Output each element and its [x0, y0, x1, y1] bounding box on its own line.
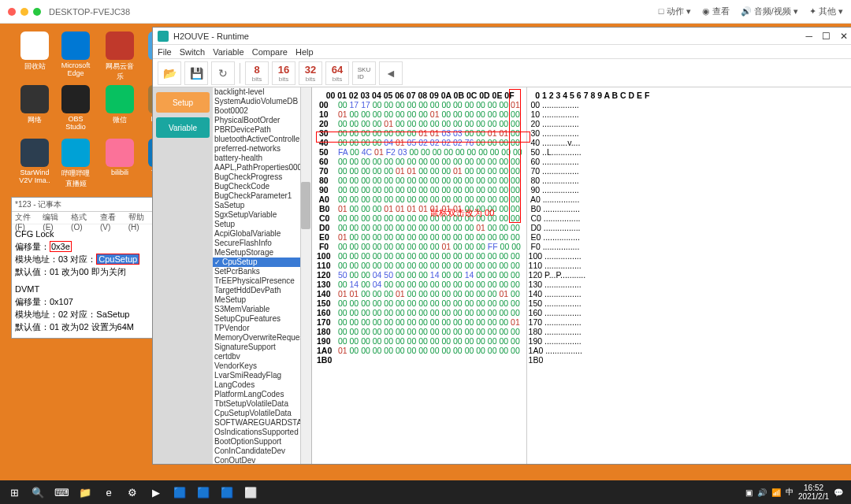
desktop-icon[interactable]: bilibili — [102, 139, 137, 176]
menu-file[interactable]: File — [158, 47, 172, 57]
close-dot[interactable] — [8, 8, 16, 16]
tree-item[interactable]: SignatureSupport — [213, 343, 311, 352]
tree-item[interactable]: battery-health — [213, 154, 311, 163]
notepad-window[interactable]: *123 - 记事本 文件(F) 编辑(E) 格式(O) 查看(V) 帮助(H)… — [11, 197, 156, 339]
menu-help[interactable]: Help — [295, 47, 314, 57]
tree-item[interactable]: SetPcrBanks — [213, 267, 311, 276]
bits-8[interactable]: 8bits — [245, 61, 269, 85]
tree-item[interactable]: OsIndicationsSupported — [213, 428, 311, 437]
tree-item[interactable]: backlight-level — [213, 87, 311, 97]
hex-row[interactable]: 1B0 — [317, 355, 525, 365]
hex-row[interactable]: 130 00 14 00 04 00 00 00 00 00 00 00 00 … — [317, 280, 525, 289]
desktop-icon[interactable]: 回收站 — [17, 32, 52, 72]
sidebar-setup[interactable]: Setup — [156, 92, 210, 113]
hex-row[interactable]: 50 FA 00 4C 01 F2 03 00 00 00 00 00 00 0… — [317, 147, 525, 157]
tray-ime[interactable]: 中 — [786, 487, 793, 498]
taskbar[interactable]: ⊞🔍⌨📁e⚙▶🟦🟦🟦⬜ ▣ 🔊 📶 中 16:52 2021/2/1 💬 — [0, 480, 851, 504]
desktop-icon[interactable]: Microsoft Edge — [58, 32, 93, 77]
hex-row[interactable]: D0 00 00 00 00 00 00 00 00 00 00 00 00 0… — [317, 223, 525, 232]
tree-item[interactable]: TargetHddDevPath — [213, 286, 311, 295]
tree-item[interactable]: TbtSetupVolatileData — [213, 399, 311, 409]
bits-16[interactable]: 16bits — [272, 61, 295, 85]
hex-row[interactable]: 170 00 00 00 00 00 00 00 00 00 00 00 00 … — [317, 317, 525, 327]
minimize-icon[interactable]: ─ — [805, 31, 812, 42]
hex-row[interactable]: 120 50 00 00 04 50 00 00 00 14 00 00 14 … — [317, 270, 525, 280]
tree-item[interactable]: AcpiGlobalVariable — [213, 229, 311, 239]
taskbar-app[interactable]: ⌨ — [50, 483, 72, 502]
tray-notifications-icon[interactable]: 💬 — [834, 488, 843, 497]
tree-item[interactable]: SecureFlashInfo — [213, 239, 311, 248]
tree-item[interactable]: SaSetup — [213, 201, 311, 210]
tree-item[interactable]: PhysicalBootOrder — [213, 116, 311, 125]
open-icon[interactable]: 📂 — [158, 61, 181, 85]
tree-item[interactable]: PBRDevicePath — [213, 125, 311, 135]
hex-row[interactable]: 160 00 00 00 00 00 00 00 00 00 00 00 00 … — [317, 308, 525, 317]
scrollbar[interactable] — [300, 87, 311, 464]
tree-item[interactable]: Setup — [213, 220, 311, 229]
menu-variable[interactable]: Variable — [213, 47, 244, 57]
scroll-thumb[interactable] — [301, 182, 310, 229]
hex-row[interactable]: 1A0 01 00 00 00 00 00 00 00 00 00 00 00 … — [317, 346, 525, 355]
menu-file[interactable]: 文件(F) — [15, 212, 38, 224]
tree-item[interactable]: ConOutDev — [213, 456, 311, 464]
desktop-icon[interactable]: 哔哩哔哩直播姬 — [58, 139, 93, 189]
taskbar-app[interactable]: 🟦 — [192, 483, 214, 502]
hex-row[interactable]: 90 00 00 00 00 00 00 00 00 00 00 00 00 0… — [317, 185, 525, 195]
tray-icon[interactable]: 🔊 — [757, 488, 767, 497]
tree-item[interactable]: AAPL,PathProperties0000 — [213, 163, 311, 172]
hex-row[interactable]: 190 00 00 00 00 00 00 00 00 00 00 00 00 … — [317, 336, 525, 346]
host-action[interactable]: ◉ 查看 — [702, 6, 730, 17]
taskbar-app[interactable]: ⊞ — [3, 483, 25, 502]
tray-icon[interactable]: 📶 — [771, 488, 781, 497]
tree-item[interactable]: SetupCpuFeatures — [213, 314, 311, 324]
hex-row[interactable]: 70 00 00 00 00 00 01 01 00 00 00 01 00 0… — [317, 166, 525, 176]
save-icon[interactable]: 💾 — [184, 61, 208, 85]
tree-item[interactable]: preferred-networks — [213, 144, 311, 154]
tree-item[interactable]: MemoryOverwriteRequestCo — [213, 333, 311, 343]
tree-item[interactable]: BootOptionSupport — [213, 437, 311, 447]
desktop-icon[interactable]: 微信 — [102, 85, 137, 125]
hex-row[interactable]: 100 00 00 00 00 00 00 00 00 00 00 00 00 … — [317, 251, 525, 261]
desktop-icon[interactable]: StarWind V2V Ima.. — [17, 139, 52, 184]
history-icon[interactable]: ↻ — [211, 61, 235, 85]
desktop-icon[interactable]: 网易云音乐 — [102, 32, 137, 82]
notepad-menu[interactable]: 文件(F) 编辑(E) 格式(O) 查看(V) 帮助(H) — [12, 212, 155, 224]
hex-view[interactable]: 00 01 02 03 04 05 06 07 08 09 0A 0B 0C 0… — [312, 87, 851, 464]
tree-item[interactable]: certdbv — [213, 352, 311, 361]
taskbar-app[interactable]: ⬜ — [240, 483, 262, 502]
h2ouve-window[interactable]: H2OUVE - Runtime ─ ☐ ✕ File Switch Varia… — [152, 27, 851, 465]
tree-item[interactable]: CpuSetupVolatileData — [213, 409, 311, 418]
host-action[interactable]: ✦ 其他 ▾ — [809, 6, 843, 17]
menu-format[interactable]: 格式(O) — [71, 212, 95, 224]
tree-item[interactable]: BugCheckCode — [213, 182, 311, 191]
hex-row[interactable]: 180 00 00 00 00 00 00 00 00 00 00 00 00 … — [317, 327, 525, 336]
hex-row[interactable]: 10 01 00 00 00 00 00 00 00 01 00 00 00 0… — [317, 109, 525, 119]
hex-row[interactable]: E0 01 00 00 00 00 00 00 00 00 00 00 00 0… — [317, 232, 525, 242]
hex-row[interactable]: 80 00 00 00 00 00 00 00 00 00 00 00 00 0… — [317, 176, 525, 185]
menu-help[interactable]: 帮助(H) — [128, 212, 152, 224]
hex-row[interactable]: 110 00 00 00 00 00 00 00 00 00 00 00 00 … — [317, 261, 525, 270]
tree-item[interactable]: Boot0002 — [213, 106, 311, 116]
tree-item[interactable]: VendorKeys — [213, 361, 311, 371]
back-icon[interactable]: ◄ — [379, 61, 403, 85]
tree-item[interactable]: TrEEPhysicalPresence — [213, 276, 311, 286]
taskbar-app[interactable]: e — [98, 483, 120, 502]
tray-icon[interactable]: ▣ — [745, 488, 753, 497]
taskbar-app[interactable]: 📁 — [74, 483, 96, 502]
tree-item[interactable]: BugCheckProgress — [213, 172, 311, 182]
tree-item[interactable]: ConInCandidateDev — [213, 447, 311, 456]
tree-item[interactable]: LvarSmiReadyFlag — [213, 371, 311, 380]
hex-row[interactable]: 60 00 00 00 00 00 00 00 00 00 00 00 00 0… — [317, 157, 525, 166]
hex-row[interactable]: 150 00 00 00 00 00 00 00 00 00 00 00 00 … — [317, 298, 525, 308]
bits-32[interactable]: 32bits — [299, 61, 322, 85]
taskbar-app[interactable]: 🟦 — [169, 483, 191, 502]
tree-item[interactable]: SOFTWAREGUARDSTATUS — [213, 418, 311, 428]
hex-row[interactable]: 20 00 00 00 00 01 00 00 00 00 00 00 00 0… — [317, 119, 525, 128]
tree-item[interactable]: LangCodes — [213, 380, 311, 390]
menu-view[interactable]: 查看(V) — [100, 212, 124, 224]
max-dot[interactable] — [33, 8, 41, 16]
sku-id-button[interactable]: SKUID — [352, 61, 376, 85]
hex-row[interactable]: 30 00 00 00 00 00 00 00 01 01 03 03 00 0… — [317, 128, 525, 138]
tree-item[interactable]: MeSetup — [213, 295, 311, 305]
taskbar-app[interactable]: 🔍 — [27, 483, 49, 502]
